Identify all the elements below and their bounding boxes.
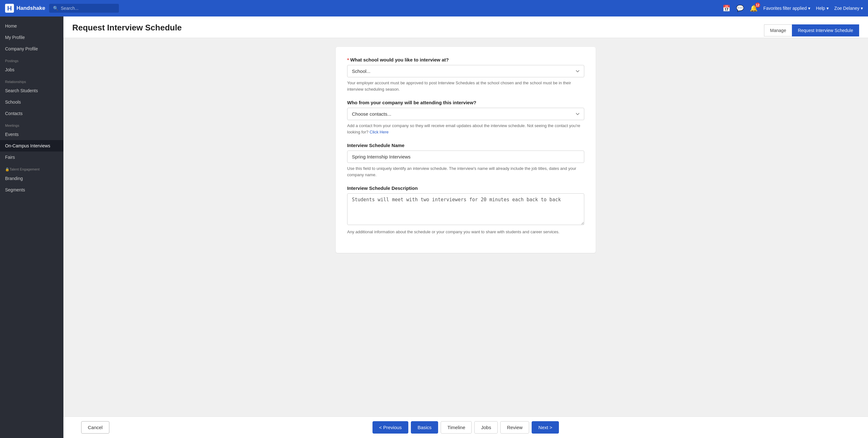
sidebar-item-events[interactable]: Events — [0, 129, 63, 140]
sidebar-item-fairs[interactable]: Fairs — [0, 152, 63, 163]
form-card: *What school would you like to interview… — [336, 47, 596, 253]
search-icon: 🔍 — [53, 6, 58, 11]
required-indicator: * — [347, 57, 349, 62]
timeline-button[interactable]: Timeline — [441, 421, 472, 434]
notifications-icon-btn[interactable]: 🔔 12 — [750, 4, 758, 12]
schedule-name-input[interactable] — [347, 151, 584, 163]
sidebar-section-talent-engagement: 🔒Talent Engagement — [0, 163, 63, 173]
schedule-name-hint: Use this field to uniquely identify an i… — [347, 165, 584, 178]
description-group: Interview Schedule Description Students … — [347, 185, 584, 235]
favorites-filter-btn[interactable]: Favorites filter applied ▾ — [764, 6, 810, 11]
search-bar[interactable]: 🔍 Search... — [49, 4, 119, 13]
description-label: Interview Schedule Description — [347, 185, 584, 191]
manage-tab[interactable]: Manage — [764, 24, 792, 36]
bottom-bar: Cancel < Previous Basics Timeline Jobs R… — [63, 416, 868, 438]
calendar-icon: 📅 — [722, 4, 731, 12]
schedule-name-group: Interview Schedule Name Use this field t… — [347, 143, 584, 178]
description-hint: Any additional information about the sch… — [347, 229, 584, 235]
sidebar-item-home[interactable]: Home — [0, 20, 63, 32]
sidebar-item-branding[interactable]: Branding — [0, 173, 63, 184]
school-select[interactable]: School... — [347, 65, 584, 77]
next-button[interactable]: Next > — [532, 421, 559, 434]
description-textarea[interactable]: Students will meet with two interviewers… — [347, 193, 584, 225]
top-navigation: Handshake 🔍 Search... 📅 💬 🔔 12 Favorites… — [0, 0, 868, 17]
sidebar-item-jobs[interactable]: Jobs — [0, 64, 63, 75]
basics-button[interactable]: Basics — [411, 421, 438, 434]
sidebar: Home My Profile Company Profile Postings… — [0, 17, 63, 438]
main-content: Request Interview Schedule Manage Reques… — [63, 17, 868, 438]
topnav-right: 📅 💬 🔔 12 Favorites filter applied ▾ Help… — [722, 4, 863, 12]
school-hint: Your employer account must be approved t… — [347, 80, 584, 92]
logo[interactable]: Handshake — [5, 4, 45, 13]
school-group: *What school would you like to interview… — [347, 57, 584, 92]
bottom-bar-inner: Cancel < Previous Basics Timeline Jobs R… — [72, 421, 859, 434]
sidebar-section-meetings: Meetings — [0, 119, 63, 129]
schedule-name-label: Interview Schedule Name — [347, 143, 584, 148]
sidebar-item-contacts[interactable]: Contacts — [0, 108, 63, 119]
sidebar-section-relationships: Relationships — [0, 75, 63, 85]
review-button[interactable]: Review — [500, 421, 529, 434]
sidebar-section-postings: Postings — [0, 55, 63, 64]
sidebar-item-search-students[interactable]: Search Students — [0, 85, 63, 96]
jobs-button[interactable]: Jobs — [474, 421, 498, 434]
calendar-icon-btn[interactable]: 📅 — [722, 4, 731, 12]
sidebar-item-schools[interactable]: Schools — [0, 96, 63, 108]
page-title: Request Interview Schedule — [72, 23, 182, 38]
messages-icon-btn[interactable]: 💬 — [736, 4, 744, 12]
cancel-button[interactable]: Cancel — [81, 421, 110, 434]
form-area: *What school would you like to interview… — [63, 38, 868, 416]
click-here-link[interactable]: Click Here — [370, 130, 389, 134]
sidebar-item-company-profile[interactable]: Company Profile — [0, 43, 63, 55]
contacts-select[interactable]: Choose contacts... — [347, 108, 584, 120]
contacts-hint: Add a contact from your company so they … — [347, 123, 584, 135]
request-interview-tab[interactable]: Request Interview Schedule — [792, 24, 859, 36]
contacts-group: Who from your company will be attending … — [347, 100, 584, 135]
page-header: Request Interview Schedule Manage Reques… — [63, 17, 868, 38]
sidebar-item-segments[interactable]: Segments — [0, 184, 63, 195]
user-menu-btn[interactable]: Zoe Delaney ▾ — [834, 6, 863, 11]
messages-icon: 💬 — [736, 4, 744, 12]
previous-button[interactable]: < Previous — [372, 421, 408, 434]
page-header-right: Manage Request Interview Schedule — [764, 24, 859, 36]
help-btn[interactable]: Help ▾ — [816, 6, 829, 11]
lock-icon: 🔒 — [5, 167, 9, 171]
contacts-label: Who from your company will be attending … — [347, 100, 584, 105]
chevron-down-icon: ▾ — [808, 6, 810, 11]
sidebar-item-on-campus-interviews[interactable]: On-Campus Interviews — [0, 140, 63, 152]
chevron-down-icon: ▾ — [827, 6, 829, 11]
page-header-left: Request Interview Schedule — [72, 23, 182, 38]
notification-badge: 12 — [755, 3, 760, 8]
school-label: *What school would you like to interview… — [347, 57, 584, 62]
sidebar-item-my-profile[interactable]: My Profile — [0, 32, 63, 43]
chevron-down-icon: ▾ — [861, 6, 863, 11]
